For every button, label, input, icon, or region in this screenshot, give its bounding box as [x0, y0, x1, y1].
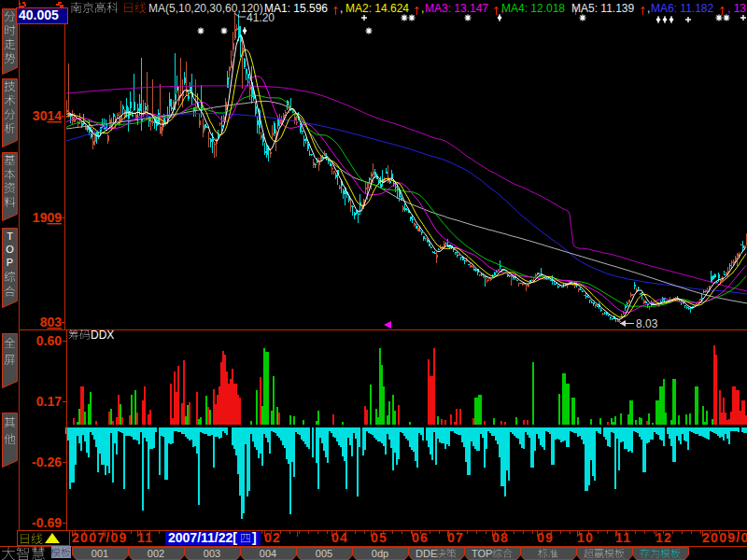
svg-text:,: , — [340, 2, 343, 15]
svg-text:,: , — [647, 2, 650, 15]
svg-text:0.17: 0.17 — [36, 394, 62, 409]
svg-text:1909: 1909 — [33, 210, 62, 225]
svg-text:DDE: DDE — [416, 548, 437, 559]
svg-text:0dp: 0dp — [372, 548, 388, 559]
svg-text:MA6: 11.182: MA6: 11.182 — [651, 2, 713, 15]
svg-text:8.03: 8.03 — [636, 317, 658, 330]
svg-text:08: 08 — [492, 530, 509, 545]
svg-text:3014: 3014 — [33, 108, 62, 123]
svg-text:11: 11 — [137, 530, 153, 545]
svg-text:2007/09: 2007/09 — [72, 530, 128, 545]
svg-text:MA2: 14.624: MA2: 14.624 — [345, 2, 409, 15]
svg-text:]: ] — [252, 530, 257, 545]
svg-text:-0.26: -0.26 — [32, 455, 62, 469]
svg-text:05: 05 — [371, 530, 388, 545]
svg-text:11: 11 — [615, 530, 631, 545]
svg-text:TOP: TOP — [472, 548, 492, 559]
svg-text:0.60: 0.60 — [36, 333, 62, 348]
svg-text:MA3: 13.147: MA3: 13.147 — [425, 2, 488, 15]
svg-text:2009/01: 2009/01 — [702, 530, 747, 545]
svg-text:803: 803 — [40, 315, 63, 329]
svg-text:, 13.: , 13. — [727, 2, 747, 15]
svg-text:P: P — [7, 257, 13, 268]
svg-text:T: T — [7, 231, 13, 242]
svg-text:12: 12 — [655, 530, 672, 545]
svg-text:002: 002 — [148, 548, 164, 559]
svg-text:09: 09 — [537, 530, 554, 545]
svg-text:2007/11/22[: 2007/11/22[ — [168, 530, 237, 545]
svg-text:40.005: 40.005 — [19, 7, 59, 22]
svg-text:O: O — [6, 244, 14, 255]
svg-text:003: 003 — [204, 548, 220, 559]
svg-text:02: 02 — [264, 530, 281, 545]
svg-text:41.20: 41.20 — [247, 11, 275, 24]
svg-text:MA4: 12.018: MA4: 12.018 — [501, 2, 565, 15]
svg-text:10: 10 — [577, 530, 594, 545]
svg-text:-0.69: -0.69 — [32, 515, 62, 530]
svg-text:MA5: 11.139: MA5: 11.139 — [571, 2, 634, 15]
svg-text:004: 004 — [260, 548, 276, 559]
svg-text:04: 04 — [331, 530, 348, 545]
svg-text:001: 001 — [92, 548, 108, 559]
svg-text:005: 005 — [316, 548, 332, 559]
svg-text:07: 07 — [447, 530, 464, 545]
svg-text:06: 06 — [412, 530, 429, 545]
svg-text:DDX: DDX — [91, 329, 114, 342]
svg-text:,: , — [421, 2, 424, 15]
